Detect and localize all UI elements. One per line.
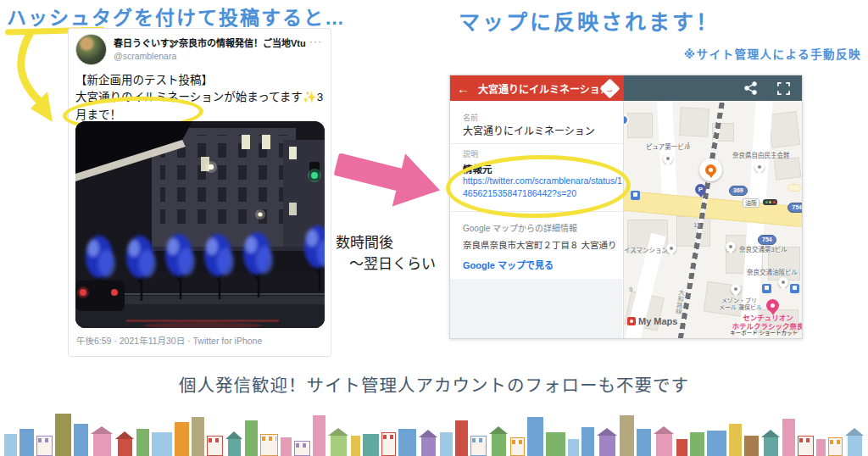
more-icon[interactable]: ··· — [306, 34, 324, 47]
skyline-building — [398, 429, 416, 456]
panel-footer-area — [450, 279, 622, 338]
skyline-building — [74, 424, 88, 456]
poi-pin[interactable] — [666, 243, 676, 253]
skyline-building — [707, 431, 726, 456]
city-skyline-border — [0, 409, 868, 456]
skyline-building — [470, 436, 487, 456]
mymaps-logo-icon — [627, 317, 636, 325]
skyline-building — [55, 414, 71, 456]
poi-pin[interactable] — [726, 242, 736, 252]
map-block — [679, 107, 709, 137]
source-url[interactable]: https://twitter.com/scramblenara/status/… — [463, 175, 622, 200]
skyline-building — [192, 417, 204, 456]
skyline-building — [4, 434, 17, 456]
map-number: 1 — [687, 141, 690, 148]
skyline-building — [782, 419, 795, 456]
skyline-building — [798, 436, 814, 456]
tweet-identity: 春日うぐいす🕊奈良市の情報発信！ご当地Vtuber @scramblenara — [114, 34, 306, 61]
skyline-building — [690, 432, 704, 456]
skyline-building — [115, 431, 134, 456]
divider — [450, 211, 623, 212]
parking-pin[interactable]: P — [695, 184, 706, 195]
hotel-name-line1: センチュリオン — [724, 314, 802, 322]
share-icon[interactable] — [744, 81, 757, 95]
skyline-building — [313, 415, 326, 456]
poi-pin[interactable] — [754, 162, 765, 172]
poi-pin[interactable] — [778, 277, 788, 287]
place-title: 大宮通りにイルミネーション — [478, 81, 603, 96]
skyline-building — [294, 441, 310, 456]
divider — [450, 143, 623, 144]
map-block — [627, 113, 653, 138]
skyline-building — [527, 417, 543, 456]
description-label: 説明 — [463, 148, 478, 159]
skyline-building — [207, 436, 223, 456]
map-block — [774, 157, 802, 180]
skyline-building — [620, 415, 634, 456]
bus-stop-icon[interactable] — [790, 284, 799, 293]
route-shield-754-right: 754 — [787, 203, 802, 213]
selected-location-marker[interactable] — [699, 158, 722, 181]
name-value: 大宮通りにイルミネーション — [463, 123, 595, 137]
map-number: 9 — [629, 286, 632, 293]
skyline-building — [91, 426, 113, 456]
skyline-building — [19, 429, 34, 456]
tweet-card: 春日うぐいす🕊奈良市の情報発信！ご当地Vtuber @scramblenara … — [68, 28, 331, 357]
tweet-text-line2: 大宮通りのイルミネーションが始まってます✨3月まで！ — [75, 89, 330, 124]
poi-pin[interactable] — [731, 284, 741, 294]
map-result-text: マップに反映されます！ — [459, 5, 720, 36]
bus-stop-icon[interactable] — [762, 284, 771, 293]
poi-pin[interactable] — [663, 153, 673, 164]
keyboard-shortcuts-link[interactable]: キーボード ショートカット — [730, 328, 798, 336]
tweet-header: 春日うぐいす🕊奈良市の情報発信！ご当地Vtuber @scramblenara … — [75, 34, 324, 65]
skyline-building — [455, 420, 468, 456]
pink-arrow-icon — [333, 142, 453, 227]
address-value: 奈良県奈良市大宮町２丁目８ 大宮通り — [463, 238, 616, 251]
details-label: Google マップからの詳細情報 — [463, 221, 577, 234]
skyline-building — [637, 429, 651, 456]
source-url-line1[interactable]: https://twitter.com/scramblenara/status/… — [463, 175, 622, 187]
hotel-pin[interactable] — [766, 299, 779, 312]
yellow-arrow-icon — [8, 31, 76, 124]
mymaps-header: ← 大宮通りにイルミネーション → — [450, 75, 802, 101]
tweet-display-name[interactable]: 春日うぐいす🕊奈良市の情報発信！ご当地Vtuber — [114, 36, 306, 49]
manual-reflection-note: ※サイト管理人による手動反映 — [684, 45, 861, 62]
map-block — [768, 111, 801, 148]
source-label: 情報元 — [463, 162, 492, 175]
delay-note-line2: 〜翌日くらい — [349, 254, 436, 275]
tutorial-image: ハッシュタグを付けて投稿すると… 春日うぐいす🕊奈良市の情報発信！ご当地Vtub… — [0, 0, 868, 456]
skyline-building — [260, 434, 278, 456]
tweet-photo[interactable] — [75, 121, 325, 328]
skyline-building — [581, 427, 594, 456]
skyline-building — [136, 429, 149, 456]
name-label: 名前 — [463, 112, 478, 123]
avatar[interactable] — [75, 34, 107, 65]
skyline-building — [328, 428, 348, 456]
delay-note: 数時間後 〜翌日くらい — [336, 233, 436, 275]
skyline-building — [245, 420, 258, 456]
map-label: ピュア第一ビル — [646, 142, 690, 151]
bus-stop-icon[interactable] — [631, 191, 640, 200]
view-on-maps-link[interactable]: Google マップで見る — [463, 258, 554, 271]
place-header: ← 大宮通りにイルミネーション → — [450, 75, 624, 101]
mymaps-logo-text: My Maps — [638, 316, 677, 326]
map-toolbar — [624, 75, 802, 101]
skyline-building — [744, 436, 759, 456]
tweet-handle[interactable]: @scramblenara — [114, 51, 306, 61]
hashtag-instruction-text: ハッシュタグを付けて投稿すると… — [7, 2, 346, 31]
source-url-line2[interactable]: 465621535847186442?s=20 — [463, 187, 622, 200]
directions-icon[interactable]: → — [599, 78, 620, 98]
fullscreen-icon[interactable] — [777, 82, 790, 95]
back-icon[interactable]: ← — [457, 81, 470, 96]
map-view[interactable]: ピュア第一ビル 1 奈良県自由民主会館 P 369 油阪 754 754 11 … — [624, 101, 802, 338]
map-label: 奈良県自由民主会館 — [732, 150, 790, 159]
mymaps-widget: ← 大宮通りにイルミネーション → 名前 大宮通りにイルミネーション — [449, 75, 803, 339]
skyline-building — [440, 432, 453, 456]
skyline-building — [419, 430, 437, 456]
skyline-building — [597, 428, 617, 456]
map-label: 奈良交通第3ビル — [739, 244, 787, 253]
skyline-building — [729, 424, 742, 456]
skyline-building — [363, 434, 379, 456]
route-shield-369: 369 — [729, 186, 748, 196]
skyline-building — [816, 439, 826, 456]
